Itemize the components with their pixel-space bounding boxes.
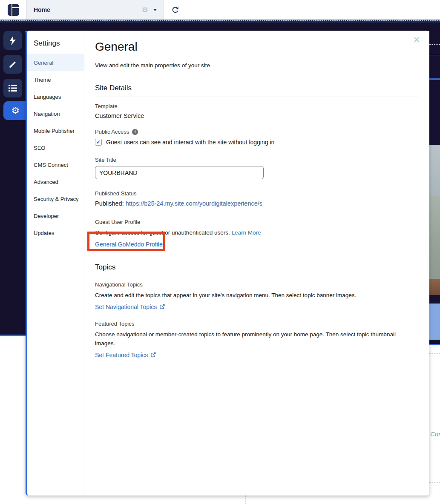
settings-modal: Settings General Theme Languages Navigat… (26, 31, 429, 495)
canvas-dark-band (0, 23, 440, 31)
canvas-dark-band-2 (429, 295, 440, 304)
published-prefix: Published: (95, 200, 126, 207)
canvas-white-section: Con (429, 345, 440, 504)
set-navigational-topics-link[interactable]: Set Navigational Topics (95, 304, 157, 310)
set-featured-topics-link[interactable]: Set Featured Topics (95, 352, 148, 358)
settings-nav-navigation[interactable]: Navigation (27, 105, 84, 122)
info-icon[interactable]: i (132, 129, 138, 135)
public-access-label: Public Access i (95, 129, 419, 135)
external-link-icon (159, 304, 165, 309)
guest-profile-desc-text: Configure access for guest or unauthenti… (95, 229, 231, 236)
builder-logo-button[interactable] (0, 0, 27, 20)
site-title-label: Site Title (95, 157, 419, 163)
guest-profile-desc: Configure access for guest or unauthenti… (95, 229, 419, 238)
divider (95, 97, 419, 97)
settings-nav-mobile-publisher[interactable]: Mobile Publisher (27, 122, 84, 139)
public-access-text: Public Access (95, 129, 129, 135)
external-link-icon (150, 352, 156, 358)
canvas-photo-wood (429, 279, 440, 295)
canvas-preview-strip: Con (429, 31, 440, 504)
settings-nav-security-privacy[interactable]: Security & Privacy (27, 190, 84, 207)
site-title-input[interactable] (95, 166, 264, 179)
refresh-icon (171, 6, 179, 14)
canvas-top-edge (0, 20, 440, 23)
rail-theme-button[interactable] (3, 55, 22, 74)
published-url-link[interactable]: https://b25-24.my.site.com/yourdigitalex… (126, 200, 262, 207)
canvas-content-placeholder: Con (430, 430, 440, 438)
settings-nav-developer[interactable]: Developer (27, 207, 84, 224)
canvas-photo-sky (429, 145, 440, 196)
published-status-label: Published Status (95, 190, 419, 197)
navigational-topics-desc: Create and edit the topics that appear i… (95, 291, 419, 300)
rail-settings-button[interactable]: ⚙ (3, 101, 27, 120)
settings-nav-seo[interactable]: SEO (27, 139, 84, 156)
settings-nav-advanced[interactable]: Advanced (27, 173, 84, 190)
settings-nav-updates[interactable]: Updates (27, 224, 84, 241)
rail-structure-button[interactable] (3, 79, 22, 97)
topics-heading: Topics (95, 263, 419, 272)
template-label: Template (95, 103, 419, 109)
rail-components-button[interactable] (3, 31, 22, 50)
page-subtitle: View and edit the main properties of you… (95, 62, 419, 69)
settings-nav-header: Settings (27, 31, 84, 54)
learn-more-link[interactable]: Learn More (231, 229, 261, 236)
featured-topics-desc: Choose navigational or member-created to… (95, 330, 406, 348)
template-value: Customer Service (95, 112, 419, 119)
settings-nav-cms-connect[interactable]: CMS Connect (27, 156, 84, 173)
topbar-spacer (186, 0, 440, 20)
canvas-photo-foliage (429, 196, 440, 279)
caret-down-icon[interactable] (153, 9, 157, 11)
guest-access-row: ✓ Guest users can see and interact with … (95, 139, 419, 146)
guest-profile-label: Guest User Profile (95, 219, 419, 225)
canvas-guide-line (245, 495, 246, 504)
set-featured-topics-row: Set Featured Topics (95, 352, 419, 358)
navigational-topics-label: Navigational Topics (95, 281, 419, 288)
guest-user-profile-section: Guest User Profile Configure access for … (95, 219, 419, 248)
guest-access-checkbox-label: Guest users can see and interact with th… (106, 139, 274, 146)
settings-title: Settings (34, 39, 60, 47)
guest-access-checkbox[interactable]: ✓ (95, 139, 102, 146)
published-status-line: Published: https://b25-24.my.site.com/yo… (95, 200, 419, 207)
page-tab-home[interactable]: Home ⚙ (27, 0, 164, 20)
divider (95, 276, 419, 276)
page-tab-label: Home (34, 6, 50, 13)
settings-gear-icon: ⚙ (11, 106, 20, 115)
canvas-hero-dark (429, 31, 440, 145)
gear-icon[interactable]: ⚙ (142, 6, 148, 14)
brush-icon (9, 60, 17, 69)
settings-nav-theme[interactable]: Theme (27, 71, 84, 88)
canvas-dark-band-3 (429, 340, 440, 345)
refresh-button[interactable] (164, 0, 186, 20)
set-navigational-topics-row: Set Navigational Topics (95, 304, 419, 310)
builder-top-bar: Home ⚙ (0, 0, 440, 20)
guest-profile-link[interactable]: General GoMeddo Profile (95, 241, 163, 248)
site-details-heading: Site Details (95, 84, 419, 92)
canvas-blue-section (429, 304, 440, 340)
featured-topics-label: Featured Topics (95, 321, 419, 327)
structure-icon (9, 85, 17, 92)
settings-nav-general[interactable]: General (27, 54, 84, 71)
settings-content: ✕ General View and edit the main propert… (84, 31, 429, 495)
close-icon[interactable]: ✕ (413, 36, 420, 44)
workspace-layout-icon (8, 4, 19, 16)
settings-nav-languages[interactable]: Languages (27, 88, 84, 105)
page-title: General (95, 40, 419, 54)
lightning-icon (9, 36, 17, 45)
settings-nav: Settings General Theme Languages Navigat… (27, 31, 84, 495)
